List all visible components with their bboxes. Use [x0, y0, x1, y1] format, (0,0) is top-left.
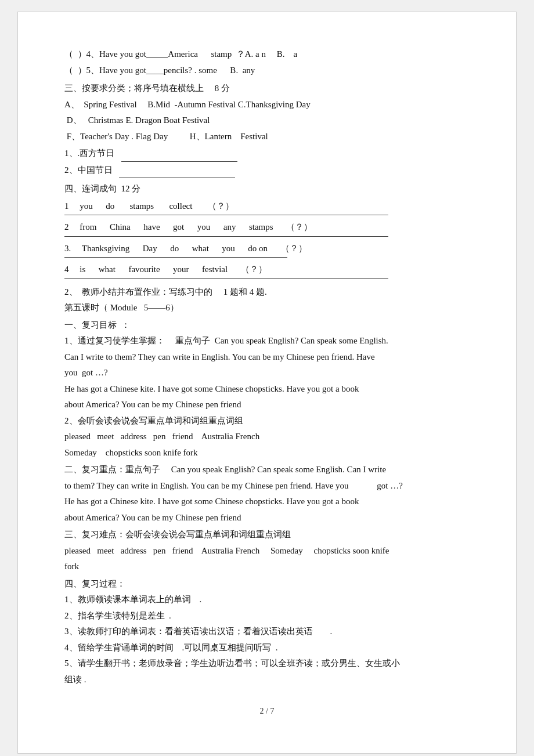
lesson-5-header: 第五课时（ Module 5——6） — [64, 301, 470, 316]
process-1: 1、教师领读课本单词表上的单词 . — [64, 592, 470, 607]
section-1-review-header: 一、复习目标 ： — [64, 318, 470, 333]
review-goal-1e: about America? You can be my Chinese pen… — [64, 397, 470, 413]
section-3-a: A、 Spring Festival B.Mid -Autumn Festiva… — [64, 97, 470, 113]
page-number: 2 / 7 — [64, 704, 470, 718]
exercise-1-line — [64, 215, 388, 215]
process-3: 3、读教师打印的单词表：看着英语读出汉语；看着汉语读出英语 . — [64, 624, 470, 639]
section-3-difficulty-header: 三、复习难点：会听会读会说会写重点单词和词组重点词组 — [64, 527, 470, 542]
section-3-header: 三、按要求分类；将序号填在横线上 8 分 — [64, 81, 470, 96]
section-3-f: F、Teacher's Day . Flag Day H、Lantern Fes… — [64, 129, 470, 144]
line-q5: （ ）5、Have you got____pencils? . some B. … — [64, 63, 470, 78]
vocab-1a: pleased meet address pen friend Australi… — [64, 429, 470, 444]
exercise-2-line — [64, 236, 388, 237]
exercise-2-row: 2 from China have got you any stamps （？） — [64, 220, 470, 235]
classify-2: 2、中国节日 — [64, 163, 470, 179]
difficulty-vocab-1: pleased meet address pen friend Australi… — [64, 544, 470, 559]
section-3-d: D、 Christmas E. Dragon Boat Festival — [64, 113, 470, 128]
process-2: 2、指名学生读特别是差生 . — [64, 609, 470, 624]
document-page: （ ）4、Have you got_____America stamp ？A. … — [17, 12, 517, 754]
teacher-note: 2、 教师小结并布置作业：写练习中的 1 题和 4 题. — [64, 285, 470, 300]
section-4-header: 四、连词成句 12 分 — [64, 182, 470, 197]
review-goal-1d: He has got a Chinese kite. I have got so… — [64, 382, 470, 397]
difficulty-vocab-2: fork — [64, 559, 470, 574]
exercise-3-row: 3. Thanksgiving Day do what you do on （？… — [64, 241, 470, 256]
focus-text-1: to them? They can write in English. You … — [64, 479, 470, 494]
exercise-3-line — [64, 257, 287, 258]
review-goal-1: 1、通过复习使学生掌握： 重点句子 Can you speak English?… — [64, 334, 470, 349]
process-4: 4、留给学生背诵单词的时间 .可以同桌互相提问听写 . — [64, 641, 470, 656]
line-q4: （ ）4、Have you got_____America stamp ？A. … — [64, 47, 470, 62]
exercise-1-row: 1 you do stamps collect （？） — [64, 199, 470, 214]
review-goal-1c: you got …? — [64, 366, 470, 381]
section-4-process-header: 四、复习过程： — [64, 577, 470, 592]
process-5b: 组读 . — [64, 672, 470, 688]
process-5a: 5、请学生翻开书；老师放录音；学生边听边看书；可以全班齐读；或分男生、女生或小 — [64, 656, 470, 671]
review-goal-1b: Can I write to them? They can write in E… — [64, 350, 470, 365]
review-goal-2: 2、会听会读会说会写重点单词和词组重点词组 — [64, 414, 470, 429]
section-2-focus-header: 二、复习重点：重点句子 Can you speak English? Can s… — [64, 462, 470, 478]
exercise-4-row: 4 is what favourite your festvial （？） — [64, 262, 470, 277]
exercise-4-line — [64, 278, 388, 279]
classify-2-answer[interactable] — [119, 163, 235, 179]
vocab-1b: Someday chopsticks soon knife fork — [64, 446, 470, 461]
classify-1: 1、.西方节日 — [64, 146, 470, 162]
focus-text-3: about America? You can be my Chinese pen… — [64, 511, 470, 526]
focus-text-2: He has got a Chinese kite. I have got so… — [64, 494, 470, 509]
classify-1-answer[interactable] — [121, 146, 237, 162]
